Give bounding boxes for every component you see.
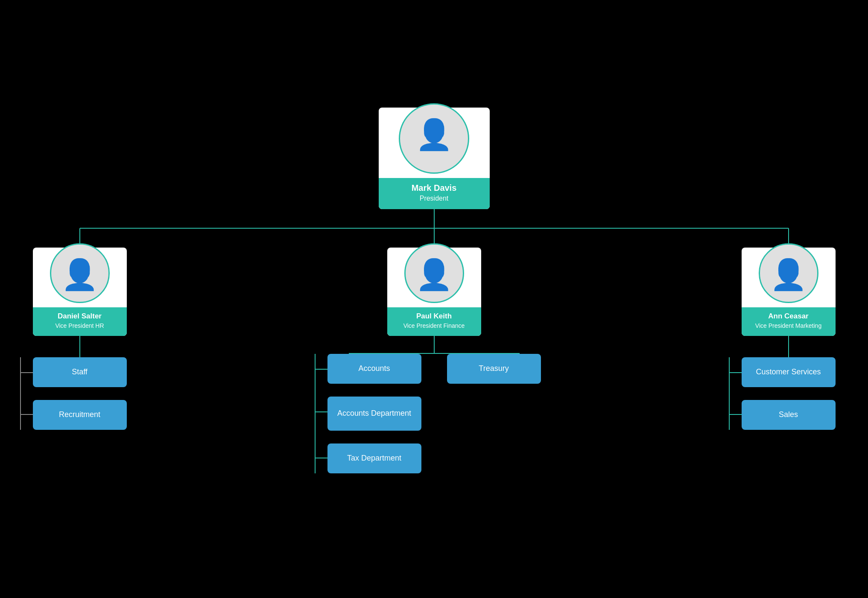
hr-connector-v [79,336,80,357]
vp-finance-avatar [404,243,464,303]
dept-sales: Sales [742,400,836,430]
dept-accounts-dept: Accounts Department [327,397,421,431]
marketing-cs-h [729,372,742,373]
hr-bracket-v [20,357,21,430]
vp-hr-card: Daniel Salter Vice President HR [33,248,127,335]
dept-recruitment: Recruitment [33,400,127,430]
president-title: President [385,194,484,203]
dept-tax: Tax Department [327,443,421,473]
president-row: Mark Davis President [7,108,861,209]
dept-treasury: Treasury [447,354,541,384]
vp-marketing-card-body: Ann Ceasar Vice President Marketing [742,307,836,335]
hr-children: Staff Recruitment [33,357,127,430]
marketing-bracket-v [729,357,730,430]
vp-row: Daniel Salter Vice President HR Staff Re… [7,248,861,473]
finance-accounts-h [315,369,327,370]
marketing-children: Customer Services Sales [742,357,836,430]
marketing-sales-h [729,414,742,415]
finance-children: Accounts Accounts Department Tax Departm… [327,354,541,473]
finance-bracket-v [315,354,316,473]
president-avatar [399,103,469,174]
vp-finance-title: Vice President Finance [393,322,475,330]
vp-marketing-card: Ann Ceasar Vice President Marketing [742,248,836,335]
hr-staff-h [20,372,33,373]
finance-left-col: Accounts Accounts Department Tax Departm… [327,354,421,473]
vp-marketing-avatar [759,243,818,303]
hr-branch: Daniel Salter Vice President HR Staff Re… [33,248,127,429]
finance-tax-h [315,458,327,458]
finance-right-col: Treasury [447,354,541,384]
president-card-body: Mark Davis President [379,178,490,209]
vp-finance-card-body: Paul Keith Vice President Finance [387,307,481,335]
vp-hr-title: Vice President HR [39,322,121,330]
vp-hr-card-body: Daniel Salter Vice President HR [33,307,127,335]
vp-finance-name: Paul Keith [393,312,475,321]
org-chart: Mark Davis President Daniel Salter Vice … [7,90,861,507]
finance-connector-v [434,336,435,353]
marketing-connector-v [788,336,789,357]
dept-staff: Staff [33,357,127,387]
vp-marketing-name: Ann Ceasar [748,312,830,321]
marketing-branch: Ann Ceasar Vice President Marketing Cust… [742,248,836,429]
hr-recruitment-h [20,414,33,415]
finance-branch: Paul Keith Vice President Finance [327,248,541,473]
vp-hr-avatar [50,243,110,303]
president-card: Mark Davis President [379,108,490,209]
vp-hr-name: Daniel Salter [39,312,121,321]
dept-accounts: Accounts [327,354,421,384]
finance-accdept-h [315,411,327,412]
dept-customer-services: Customer Services [742,357,836,387]
vp-marketing-title: Vice President Marketing [748,322,830,330]
vp-finance-card: Paul Keith Vice President Finance [387,248,481,335]
president-name: Mark Davis [385,182,484,193]
